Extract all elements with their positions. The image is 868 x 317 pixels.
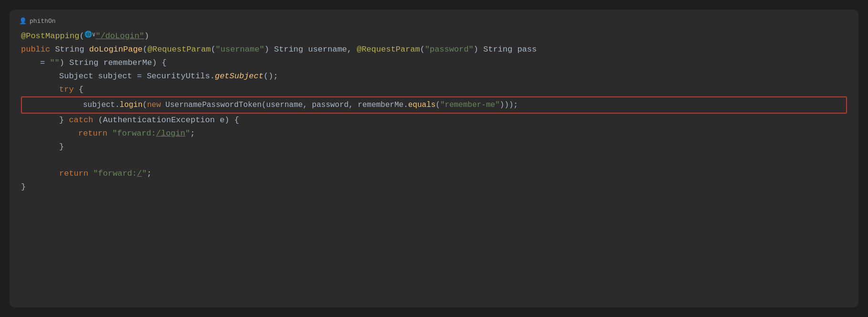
username: phithOn: [30, 18, 56, 25]
code-window: 👤 phithOn @PostMapping(🌐∨"/doLogin") pub…: [10, 10, 858, 307]
code-area-2: } catch (AuthenticationException e) { re…: [10, 114, 858, 194]
code-line-subject: Subject subject = SecurityUtils.getSubje…: [10, 70, 858, 83]
link-root: /: [137, 167, 142, 180]
user-icon: 👤: [19, 17, 27, 25]
globe-icon: 🌐: [84, 30, 92, 43]
user-bar: 👤 phithOn: [10, 17, 858, 30]
code-line-method-sig-1: public String doLoginPage(@RequestParam(…: [10, 43, 858, 56]
code-line-return-login: return "forward:/login";: [10, 127, 858, 140]
code-line-close-catch: }: [10, 140, 858, 154]
code-line-annotation: @PostMapping(🌐∨"/doLogin"): [10, 30, 858, 43]
code-area: @PostMapping(🌐∨"/doLogin") public String…: [10, 30, 858, 96]
code-line-catch: } catch (AuthenticationException e) {: [10, 114, 858, 127]
annotation-postmapping: @PostMapping: [21, 30, 79, 43]
code-line-close-method: }: [10, 180, 858, 194]
code-line-blank: [10, 154, 858, 167]
code-line-try: try {: [10, 83, 858, 96]
highlighted-block: subject.login(new UsernamePasswordToken(…: [21, 96, 847, 114]
annotation-url: "/doLogin": [95, 30, 144, 43]
code-line-method-sig-2: = "") String rememberMe) {: [10, 56, 858, 70]
code-line-return-root: return "forward:/";: [10, 167, 858, 180]
highlighted-code-line: subject.login(new UsernamePasswordToken(…: [22, 98, 846, 112]
link-login: /login: [156, 127, 185, 140]
